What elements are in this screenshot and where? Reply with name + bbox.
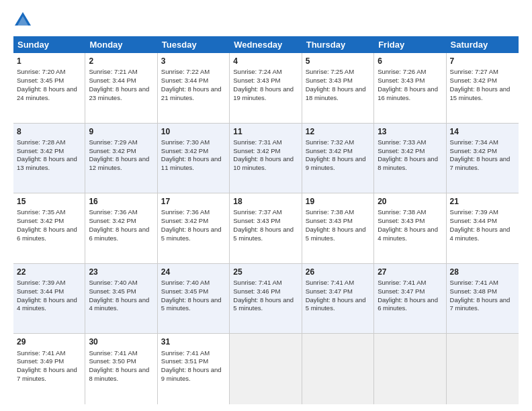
daylight-hours: Daylight: 8 hours and 4 minutes.: [17, 296, 77, 312]
calendar-week-4: 22Sunrise: 7:39 AMSunset: 3:44 PMDayligh…: [13, 264, 519, 334]
page: SundayMondayTuesdayWednesdayThursdayFrid…: [0, 0, 532, 411]
day-number: 22: [17, 267, 81, 277]
calendar-cell: [302, 334, 374, 404]
daylight-hours: Daylight: 8 hours and 6 minutes.: [17, 226, 77, 242]
calendar-cell: 5Sunrise: 7:25 AMSunset: 3:43 PMDaylight…: [302, 53, 374, 123]
sunrise: Sunrise: 7:41 AM: [233, 279, 281, 286]
day-number: 9: [89, 126, 153, 137]
daylight-hours: Daylight: 8 hours and 4 minutes.: [89, 296, 149, 312]
day-number: 3: [161, 56, 226, 66]
sunrise: Sunrise: 7:30 AM: [161, 138, 210, 146]
sunset: Sunset: 3:44 PM: [450, 217, 497, 224]
sunset: Sunset: 3:42 PM: [233, 147, 280, 154]
daylight-hours: Daylight: 8 hours and 19 minutes.: [233, 85, 294, 101]
calendar-cell: 19Sunrise: 7:38 AMSunset: 3:43 PMDayligh…: [302, 193, 374, 263]
calendar-cell: 14Sunrise: 7:34 AMSunset: 3:42 PMDayligh…: [447, 124, 519, 193]
calendar-cell: 17Sunrise: 7:36 AMSunset: 3:42 PMDayligh…: [158, 193, 230, 263]
day-number: 24: [161, 267, 226, 277]
daylight-hours: Daylight: 8 hours and 4 minutes.: [378, 226, 438, 242]
sunset: Sunset: 3:48 PM: [450, 287, 497, 295]
sunrise: Sunrise: 7:36 AM: [161, 208, 210, 216]
sunrise: Sunrise: 7:37 AM: [233, 208, 281, 216]
day-number: 10: [161, 126, 226, 137]
header-day-wednesday: Wednesday: [230, 36, 302, 53]
calendar-week-3: 15Sunrise: 7:35 AMSunset: 3:42 PMDayligh…: [13, 193, 519, 264]
daylight-hours: Daylight: 8 hours and 5 minutes.: [233, 226, 294, 242]
calendar-cell: 25Sunrise: 7:41 AMSunset: 3:46 PMDayligh…: [230, 264, 302, 334]
sunrise: Sunrise: 7:41 AM: [450, 279, 498, 286]
calendar-cell: 28Sunrise: 7:41 AMSunset: 3:48 PMDayligh…: [447, 264, 519, 334]
daylight-hours: Daylight: 8 hours and 8 minutes.: [378, 155, 438, 171]
sunset: Sunset: 3:42 PM: [450, 77, 497, 84]
calendar-cell: 12Sunrise: 7:32 AMSunset: 3:42 PMDayligh…: [302, 124, 374, 193]
sunset: Sunset: 3:42 PM: [17, 217, 64, 224]
header-day-tuesday: Tuesday: [158, 36, 230, 53]
sunset: Sunset: 3:45 PM: [89, 287, 136, 295]
day-number: 12: [306, 126, 370, 137]
sunrise: Sunrise: 7:26 AM: [378, 68, 426, 75]
sunset: Sunset: 3:42 PM: [450, 147, 497, 154]
calendar-cell: 1Sunrise: 7:20 AMSunset: 3:45 PMDaylight…: [13, 53, 85, 123]
calendar-cell: 21Sunrise: 7:39 AMSunset: 3:44 PMDayligh…: [447, 193, 519, 263]
calendar-cell: 30Sunrise: 7:41 AMSunset: 3:50 PMDayligh…: [85, 334, 157, 404]
day-number: 7: [450, 56, 515, 66]
day-number: 16: [89, 196, 153, 207]
daylight-hours: Daylight: 8 hours and 5 minutes.: [161, 226, 222, 242]
daylight-hours: Daylight: 8 hours and 24 minutes.: [17, 85, 77, 101]
sunrise: Sunrise: 7:38 AM: [306, 208, 354, 216]
day-number: 8: [17, 126, 81, 137]
header-day-saturday: Saturday: [447, 36, 519, 53]
calendar-cell: [447, 334, 519, 404]
calendar-cell: 2Sunrise: 7:21 AMSunset: 3:44 PMDaylight…: [85, 53, 157, 123]
sunset: Sunset: 3:50 PM: [89, 357, 136, 365]
sunrise: Sunrise: 7:33 AM: [378, 138, 426, 146]
day-number: 11: [233, 126, 298, 137]
calendar-cell: 27Sunrise: 7:41 AMSunset: 3:47 PMDayligh…: [374, 264, 446, 334]
sunset: Sunset: 3:43 PM: [306, 217, 353, 224]
calendar-body: 1Sunrise: 7:20 AMSunset: 3:45 PMDaylight…: [13, 53, 519, 404]
sunrise: Sunrise: 7:31 AM: [233, 138, 281, 146]
calendar-cell: 7Sunrise: 7:27 AMSunset: 3:42 PMDaylight…: [447, 53, 519, 123]
sunset: Sunset: 3:51 PM: [161, 357, 208, 365]
sunrise: Sunrise: 7:22 AM: [161, 68, 210, 75]
sunrise: Sunrise: 7:32 AM: [306, 138, 354, 146]
logo-icon: [13, 11, 32, 30]
sunrise: Sunrise: 7:35 AM: [17, 208, 65, 216]
day-number: 14: [450, 126, 515, 137]
sunset: Sunset: 3:44 PM: [161, 77, 208, 84]
calendar-cell: 26Sunrise: 7:41 AMSunset: 3:47 PMDayligh…: [302, 264, 374, 334]
day-number: 30: [89, 336, 153, 347]
sunset: Sunset: 3:44 PM: [89, 77, 136, 84]
daylight-hours: Daylight: 8 hours and 5 minutes.: [233, 296, 294, 312]
sunrise: Sunrise: 7:28 AM: [17, 138, 65, 146]
sunrise: Sunrise: 7:41 AM: [89, 349, 137, 357]
daylight-hours: Daylight: 8 hours and 5 minutes.: [306, 226, 366, 242]
daylight-hours: Daylight: 8 hours and 7 minutes.: [450, 155, 511, 171]
calendar-cell: 11Sunrise: 7:31 AMSunset: 3:42 PMDayligh…: [230, 124, 302, 193]
sunrise: Sunrise: 7:40 AM: [89, 279, 137, 286]
daylight-hours: Daylight: 8 hours and 6 minutes.: [378, 296, 438, 312]
header-day-friday: Friday: [374, 36, 446, 53]
day-number: 29: [17, 336, 81, 347]
daylight-hours: Daylight: 8 hours and 6 minutes.: [89, 226, 149, 242]
sunset: Sunset: 3:42 PM: [17, 147, 64, 154]
sunrise: Sunrise: 7:39 AM: [17, 279, 65, 286]
sunrise: Sunrise: 7:39 AM: [450, 208, 498, 216]
calendar-cell: [230, 334, 302, 404]
sunrise: Sunrise: 7:25 AM: [306, 68, 354, 75]
day-number: 1: [17, 56, 81, 66]
day-number: 13: [378, 126, 442, 137]
sunset: Sunset: 3:44 PM: [17, 287, 64, 295]
day-number: 2: [89, 56, 153, 66]
daylight-hours: Daylight: 8 hours and 9 minutes.: [306, 155, 366, 171]
daylight-hours: Daylight: 8 hours and 7 minutes.: [450, 296, 511, 312]
sunset: Sunset: 3:43 PM: [306, 77, 353, 84]
header-day-monday: Monday: [85, 36, 157, 53]
header: [13, 11, 519, 30]
calendar: SundayMondayTuesdayWednesdayThursdayFrid…: [13, 36, 519, 404]
sunset: Sunset: 3:42 PM: [89, 217, 136, 224]
day-number: 4: [233, 56, 298, 66]
sunset: Sunset: 3:47 PM: [378, 287, 425, 295]
sunset: Sunset: 3:42 PM: [89, 147, 136, 154]
day-number: 17: [161, 196, 226, 207]
